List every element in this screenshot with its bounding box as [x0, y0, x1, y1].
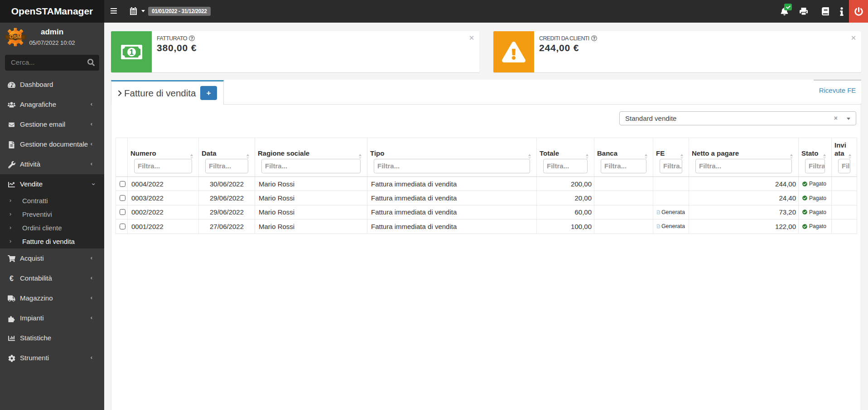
svg-text:1: 1 — [129, 48, 133, 57]
